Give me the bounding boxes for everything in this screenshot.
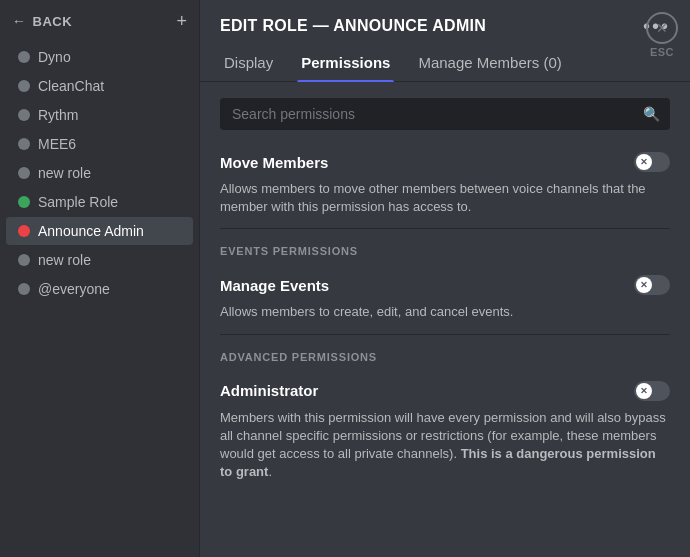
esc-label: ESC [650, 46, 674, 58]
role-dot [18, 51, 30, 63]
permission-name: Move Members [220, 154, 328, 171]
search-input[interactable] [220, 98, 670, 130]
back-label: BACK [33, 14, 73, 29]
permission-name: Administrator [220, 382, 318, 399]
role-dot [18, 196, 30, 208]
tab-permissions[interactable]: Permissions [297, 44, 394, 81]
admin-desc-end: . [268, 464, 272, 479]
sidebar-header: ← BACK + [0, 12, 199, 42]
role-dot [18, 283, 30, 295]
divider [220, 228, 670, 229]
role-dot [18, 167, 30, 179]
manage-events-toggle[interactable]: ✕ [634, 275, 670, 295]
permission-row: Move Members ✕ [220, 146, 670, 178]
sidebar-item-label: Rythm [38, 107, 78, 123]
tabs-bar: Display Permissions Manage Members (0) [200, 44, 690, 82]
close-circle-icon: ✕ [646, 12, 678, 44]
permission-row: Manage Events ✕ [220, 269, 670, 301]
permission-row: Administrator ✕ [220, 375, 670, 407]
toggle-x-icon: ✕ [640, 280, 648, 290]
permissions-content: 🔍 Move Members ✕ Allows members to move … [200, 82, 690, 557]
role-dot [18, 138, 30, 150]
sidebar-item-new-role-7[interactable]: new role [6, 246, 193, 274]
permission-description: Allows members to move other members bet… [220, 180, 670, 216]
back-arrow-icon: ← [12, 13, 27, 29]
toggle-knob: ✕ [636, 154, 652, 170]
permission-description: Members with this permission will have e… [220, 409, 670, 482]
administrator-toggle[interactable]: ✕ [634, 381, 670, 401]
back-button[interactable]: ← BACK [12, 13, 72, 29]
main-header: EDIT ROLE — ANNOUNCE ADMIN ••• [200, 0, 690, 36]
sidebar-item-rythm-2[interactable]: Rythm [6, 101, 193, 129]
close-x-icon: ✕ [656, 20, 668, 36]
main-panel: EDIT ROLE — ANNOUNCE ADMIN ••• Display P… [200, 0, 690, 557]
permission-manage-events: Manage Events ✕ Allows members to create… [220, 269, 670, 321]
role-dot [18, 109, 30, 121]
sidebar-item-label: new role [38, 252, 91, 268]
sidebar-item-cleanchat-1[interactable]: CleanChat [6, 72, 193, 100]
add-role-button[interactable]: + [176, 12, 187, 30]
sidebar-item-new-role-4[interactable]: new role [6, 159, 193, 187]
role-dot [18, 80, 30, 92]
sidebar-items-list: DynoCleanChatRythmMEE6new roleSample Rol… [0, 42, 199, 304]
events-section-header: EVENTS PERMISSIONS [220, 245, 670, 257]
sidebar-item-sample-role-5[interactable]: Sample Role [6, 188, 193, 216]
sidebar-item-dyno-0[interactable]: Dyno [6, 43, 193, 71]
toggle-knob: ✕ [636, 277, 652, 293]
sidebar-item-mee6-3[interactable]: MEE6 [6, 130, 193, 158]
divider [220, 334, 670, 335]
sidebar-item-everyone-8[interactable]: @everyone [6, 275, 193, 303]
tab-display[interactable]: Display [220, 44, 277, 81]
sidebar: ← BACK + DynoCleanChatRythmMEE6new roleS… [0, 0, 200, 557]
search-icon: 🔍 [643, 106, 660, 122]
sidebar-item-label: new role [38, 165, 91, 181]
move-members-toggle[interactable]: ✕ [634, 152, 670, 172]
sidebar-item-announce-admin-6[interactable]: Announce Admin [6, 217, 193, 245]
search-bar: 🔍 [220, 98, 670, 130]
toggle-x-icon: ✕ [640, 386, 648, 396]
toggle-knob: ✕ [636, 383, 652, 399]
advanced-section-header: ADVANCED PERMISSIONS [220, 351, 670, 363]
sidebar-item-label: @everyone [38, 281, 110, 297]
sidebar-item-label: Dyno [38, 49, 71, 65]
permission-administrator: Administrator ✕ Members with this permis… [220, 375, 670, 482]
page-title: EDIT ROLE — ANNOUNCE ADMIN [220, 17, 486, 35]
role-dot [18, 225, 30, 237]
sidebar-item-label: Sample Role [38, 194, 118, 210]
toggle-x-icon: ✕ [640, 157, 648, 167]
tab-manage-members[interactable]: Manage Members (0) [414, 44, 565, 81]
permission-move-members: Move Members ✕ Allows members to move ot… [220, 146, 670, 216]
sidebar-item-label: Announce Admin [38, 223, 144, 239]
sidebar-item-label: MEE6 [38, 136, 76, 152]
sidebar-item-label: CleanChat [38, 78, 104, 94]
esc-button[interactable]: ✕ ESC [646, 12, 678, 58]
permission-name: Manage Events [220, 277, 329, 294]
permission-description: Allows members to create, edit, and canc… [220, 303, 670, 321]
role-dot [18, 254, 30, 266]
